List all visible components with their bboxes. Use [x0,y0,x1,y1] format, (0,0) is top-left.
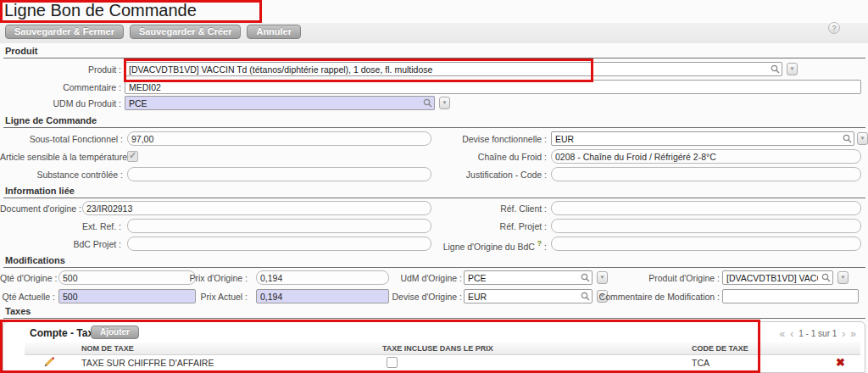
article-sensible-checkbox [127,151,138,162]
prix-origine-label: Prix d'Origine : [180,273,248,283]
qte-origine-label: Qté d'Origine : [0,273,55,283]
section-title-modifications: Modifications [3,255,865,268]
qte-origine-input [58,270,196,285]
qte-actuelle-input[interactable] [58,289,196,303]
section-title-information-liee: Information liée [3,186,865,198]
ref-client-input [551,201,861,215]
chevron-down-icon[interactable]: ▼ [439,97,450,109]
udm-origine-input[interactable] [464,270,593,285]
prix-actuel-input[interactable] [256,289,389,303]
ligne-origine-bdc-label: Ligne d'Origine du BdC ? : [381,239,547,252]
commentaire-label: Commentaire : [0,82,121,92]
udm-produit-label: UDM du Produit : [0,98,121,109]
chevron-down-icon[interactable]: ▼ [787,63,798,75]
prix-origine-input [256,270,389,285]
search-icon [843,134,852,143]
pager: « ‹ 1 - 1 sur 1 › » [780,329,856,338]
ligne-origine-bdc-label-colon: : [542,242,547,252]
ligne-origine-bdc-input [551,237,861,251]
produit-origine-label: Produit d'Origine : [598,273,720,283]
tax-code-cell: TCA [692,358,709,368]
edit-pencil-icon[interactable] [43,356,55,368]
chevron-down-icon[interactable]: ▼ [857,132,868,145]
produit-field[interactable] [125,62,782,76]
devise-origine-input[interactable] [464,289,593,303]
qte-actuelle-label: Qté Actuelle : [0,292,55,302]
ext-ref-label: Ext. Ref. : [0,221,121,231]
devise-origine-label: Devise d'Origine : [377,292,462,302]
section-title-taxes: Taxes [3,306,865,319]
ref-client-label: Réf. Client : [407,203,547,214]
tax-code-header: CODE DE TAXE [692,344,748,353]
devise-fonctionnelle-input[interactable] [551,131,854,146]
prix-actuel-label: Prix Actuel : [180,292,248,302]
save-create-button[interactable]: Sauvegarder & Créer [130,25,241,39]
devise-fonctionnelle-field[interactable] [551,131,854,146]
ext-ref-input [127,219,431,233]
taxes-panel: Compte - Taxe Ajouter « ‹ 1 - 1 sur 1 › … [3,321,865,373]
document-origine-input [82,201,431,215]
devise-origine-field[interactable] [464,289,593,303]
add-tax-button[interactable]: Ajouter [91,326,139,339]
udm-produit-field[interactable] [125,96,435,110]
justification-code-input [551,167,861,181]
commentaire-input[interactable] [125,80,861,94]
section-title-ligne-de-commande: Ligne de Commande [3,115,865,128]
chaine-froid-input [551,149,861,164]
ligne-origine-bdc-label-text: Ligne d'Origine du BdC [443,242,535,252]
substance-controlee-label: Substance contrôlée : [0,170,123,180]
article-sensible-label: Article sensible à la température : [0,152,123,162]
tax-name-cell: TAXE SUR CHIFFRE D'AFFAIRE [81,358,214,368]
produit-input[interactable] [125,62,782,76]
tax-table-header: NOM DE TAXE TAXE INCLUSE DANS LE PRIX CO… [25,342,860,355]
ref-projet-label: Réf. Projet : [407,221,547,231]
tax-included-header: TAXE INCLUSE DANS LE PRIX [382,344,493,353]
section-title-produit: Produit [3,46,865,58]
udm-origine-field[interactable] [464,270,593,285]
bdc-projet-label: BdC Projet : [0,239,121,249]
produit-origine-field[interactable] [722,270,833,285]
produit-origine-input[interactable] [722,270,833,285]
produit-label: Produit : [0,64,121,75]
tax-name-header: NOM DE TAXE [81,344,134,353]
udm-produit-input[interactable] [125,96,435,110]
pager-range: 1 - 1 sur 1 [798,329,837,338]
pager-first-icon[interactable]: « [780,330,786,338]
commentaire-modification-label: Commentaire de Modification : [589,292,720,302]
pager-prev-icon[interactable]: ‹ [790,330,793,338]
taxes-panel-title: Compte - Taxe [30,327,99,339]
chevron-down-icon[interactable]: ▼ [837,271,849,284]
pager-next-icon[interactable]: › [842,330,845,338]
search-icon [821,273,831,282]
commentaire-modification-input[interactable] [722,289,859,303]
search-icon [581,273,590,282]
document-origine-label: Document d'origine : [0,203,79,214]
search-icon [423,98,432,108]
search-icon [771,64,780,74]
substance-controlee-input [127,167,431,181]
justification-code-label: Justification - Code : [407,170,547,180]
sous-total-label: Sous-total Fonctionnel : [0,134,123,144]
chaine-froid-label: Chaîne du Froid : [407,152,547,162]
toolbar: Sauvegarder & Fermer Sauvegarder & Créer… [5,25,301,39]
tax-included-checkbox[interactable] [387,357,398,368]
delete-row-icon[interactable]: ✖ [836,356,845,369]
page-title: Ligne Bon de Commande [4,1,197,20]
pager-last-icon[interactable]: » [850,330,856,338]
table-row: TAXE SUR CHIFFRE D'AFFAIRE TCA ✖ [25,355,860,370]
ref-projet-input [551,219,861,233]
udm-origine-label: UdM d'Origine : [377,273,462,283]
sous-total-input [127,131,431,146]
cancel-button[interactable]: Annuler [247,25,301,39]
order-line-form: Ligne Bon de Commande Sauvegarder & Ferm… [0,0,868,373]
help-icon[interactable]: ? [828,22,840,34]
devise-fonctionnelle-label: Devise fonctionnelle : [407,134,547,144]
save-close-button[interactable]: Sauvegarder & Fermer [5,25,124,39]
